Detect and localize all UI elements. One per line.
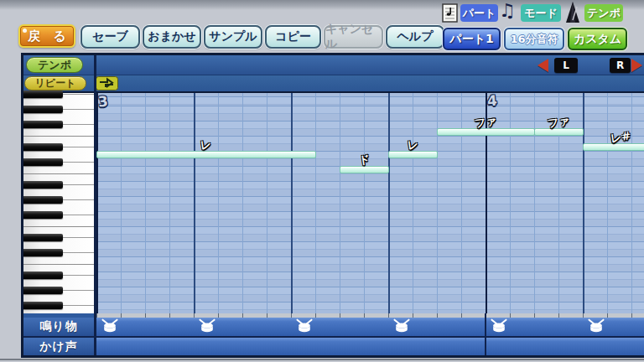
chant-editor-screen: 戻 る セーブ おまかせ サンプル コピー キャンセル ヘルプ パート ♫ モー… [0, 0, 644, 362]
below-panel-line [0, 359, 644, 360]
note-label: ド [358, 152, 371, 168]
sheet-music-icon [442, 3, 459, 23]
piano-black-key [23, 234, 63, 241]
piano-key-separator [63, 215, 94, 215]
piano-key-separator [63, 147, 94, 147]
tempo-row [23, 55, 644, 75]
percussion-track-label: 鳴り物 [23, 318, 94, 336]
note-unit-button[interactable]: 16分音符 [504, 28, 564, 50]
piano-black-key [23, 181, 63, 189]
note-label: レ [200, 137, 213, 153]
piano-black-key [23, 287, 63, 294]
piano-black-key [23, 272, 63, 279]
measure-line [485, 313, 486, 355]
piano-black-key [23, 211, 63, 219]
piano-key-separator [63, 237, 94, 238]
sample-button[interactable]: サンプル [204, 25, 262, 49]
drum-icon[interactable] [101, 318, 119, 333]
piano-black-key [23, 121, 63, 128]
music-note-icon: ♫ [499, 0, 516, 21]
note-label: ファ [547, 113, 571, 132]
metronome-icon [563, 2, 583, 23]
chant-track[interactable] [96, 338, 644, 355]
piano-key-separator [63, 124, 94, 125]
piano-key-separator [63, 290, 94, 291]
chant-track-label: かけ声 [23, 338, 94, 355]
piano-key-separator [63, 94, 94, 95]
piano-key-separator [63, 275, 94, 276]
auto-compose-button[interactable]: おまかせ [143, 25, 201, 49]
measure-number: 3 [97, 93, 109, 111]
tempo-custom-button[interactable]: カスタム [568, 28, 627, 50]
part-tag: パート [460, 4, 498, 22]
cancel-button: キャンセル [324, 25, 383, 49]
tempo-row-button[interactable]: テンポ [26, 57, 83, 73]
measure-number: 4 [486, 92, 498, 110]
tempo-tag: テンポ [584, 4, 623, 22]
percussion-track[interactable] [96, 318, 644, 336]
scroll-left-button[interactable]: L [554, 58, 578, 73]
piano-key-separator [23, 264, 94, 265]
piano-black-key [23, 90, 63, 98]
piano-key-separator [63, 109, 94, 110]
help-button[interactable]: ヘルプ [386, 25, 444, 49]
piano-black-key [23, 106, 63, 113]
piano-key-separator [63, 162, 94, 163]
piano-black-key [23, 302, 63, 309]
piano-black-key [23, 249, 63, 256]
piano-key-separator [63, 184, 94, 185]
piano-black-key [23, 196, 63, 204]
piano-key-separator [23, 136, 94, 137]
piano-key-separator [63, 199, 94, 200]
piano-black-key [23, 158, 63, 166]
save-button[interactable]: セーブ [80, 25, 140, 49]
drum-icon[interactable] [587, 318, 605, 333]
note-label: ファ [474, 113, 498, 132]
copy-button[interactable]: コピー [265, 25, 321, 49]
piano-key-separator [63, 252, 94, 253]
piano-key-separator [23, 173, 94, 174]
part-select-button[interactable]: パート1 [443, 28, 501, 50]
scroll-right-button[interactable]: R [610, 58, 631, 73]
back-button[interactable]: 戻 る [18, 24, 75, 48]
drum-icon[interactable] [392, 318, 411, 333]
repeat-row-button[interactable]: リピート [24, 76, 86, 90]
keyboard-grid-divider [94, 55, 96, 355]
drum-icon[interactable] [295, 318, 314, 333]
drum-icon[interactable] [490, 318, 508, 333]
piano-black-key [23, 143, 63, 151]
note-label: レ# [610, 128, 631, 146]
note-label: レ [407, 137, 420, 153]
piano-key-separator [63, 305, 94, 306]
repeat-loop-icon[interactable] [96, 76, 118, 90]
scroll-left-arrow-icon[interactable] [538, 59, 548, 72]
piano-key-separator [23, 226, 94, 227]
scroll-right-arrow-icon[interactable] [631, 59, 642, 72]
mode-tag: モード [521, 4, 561, 22]
drum-icon[interactable] [198, 318, 216, 333]
